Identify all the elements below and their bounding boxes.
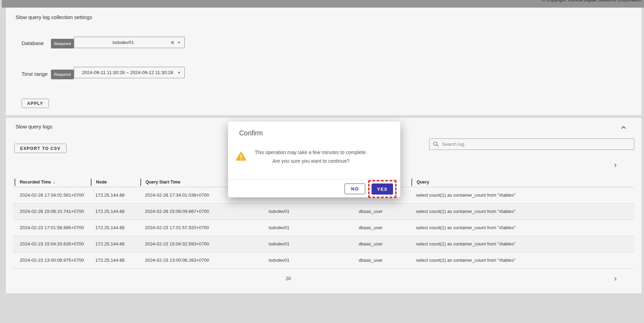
- table-cell: tsdvdev01: [269, 240, 289, 248]
- database-label: Database: [21, 39, 44, 47]
- pagination-bottom: 1~5 / 100 records 20 pages 5▼ records ‹ …: [0, 274, 619, 283]
- search-box: [429, 138, 634, 150]
- time-range-required-badge: Required: [51, 70, 74, 79]
- table-cell: dbaas_user: [359, 240, 383, 248]
- table-cell: select count(1) as container_count from …: [416, 257, 515, 264]
- table-cell: 2024-02-23 13:00:09.975+0700: [20, 257, 84, 264]
- search-icon: [433, 141, 439, 147]
- time-range-select-value: 2024-09-11 11:30:28 ~ 2024-09-12 11:30:2…: [74, 69, 177, 77]
- table-cell: select count(1) as container_count from …: [416, 224, 515, 232]
- modal-backdrop: [2, 0, 644, 8]
- table-cell: 172.25.144.68: [95, 208, 124, 215]
- page: Slow query log collection settings Datab…: [2, 0, 644, 8]
- settings-card: Slow query log collection settings Datab…: [6, 5, 642, 115]
- table-cell: tsdvdev01: [269, 208, 289, 215]
- header-divider: [140, 179, 141, 186]
- table-cell: dbaas_user: [359, 208, 383, 215]
- header-divider: [411, 179, 412, 186]
- table-cell: dbaas_user: [359, 257, 383, 264]
- time-range-label: Time range: [21, 70, 47, 78]
- column-header-query-start-time[interactable]: Query Start Time: [140, 178, 181, 186]
- table-cell: 172.25.144.68: [95, 191, 124, 199]
- table-cell: 2024-02-26 15:06:10.741+0700: [20, 208, 84, 215]
- table-cell: 172.25.144.68: [95, 257, 124, 264]
- header-divider: [91, 179, 92, 186]
- database-select[interactable]: tsdvdev01 × ▼: [74, 37, 185, 48]
- next-page-button[interactable]: ›: [612, 161, 619, 169]
- column-header-recorded-time[interactable]: Recorded Time↓: [15, 178, 55, 186]
- warning-icon: [236, 151, 246, 161]
- table-cell: 2024-02-26 17:34:02.581+0700: [20, 191, 84, 199]
- table-cell: 2024-02-23 17:01:58.985+0700: [20, 224, 84, 232]
- no-button[interactable]: NO: [345, 183, 365, 194]
- export-to-csv-button[interactable]: EXPORT TO CSV: [14, 144, 67, 153]
- sort-desc-icon: ↓: [53, 178, 55, 186]
- table-cell: dbaas_user: [359, 224, 383, 232]
- yes-button[interactable]: YES: [372, 183, 393, 195]
- table-cell: 2024-02-23 13:00:06.263+0700: [145, 257, 209, 264]
- table-cell: 2024-02-23 15:04:33.635+0700: [20, 240, 84, 248]
- collapse-section-button[interactable]: [621, 124, 626, 131]
- table-row[interactable]: 2024-02-23 15:04:33.635+0700172.25.144.6…: [13, 236, 634, 252]
- dialog-message: This operation may take a few minutes to…: [255, 148, 367, 165]
- table-cell: tsdvdev01: [269, 224, 289, 232]
- settings-title: Slow query log collection settings: [16, 14, 92, 21]
- chevron-up-icon: [621, 126, 626, 129]
- header-divider: [15, 179, 15, 186]
- chevron-down-icon[interactable]: ▼: [177, 69, 184, 77]
- confirm-dialog: Confirm This operation may take a few mi…: [228, 122, 400, 197]
- search-input[interactable]: [442, 142, 630, 147]
- annotation-highlight: YES: [368, 180, 397, 198]
- column-header-node[interactable]: Node: [91, 178, 107, 186]
- table-cell: 2024-02-23 15:04:32.593+0700: [145, 240, 209, 248]
- chevron-down-icon[interactable]: ▼: [177, 39, 184, 46]
- table-row[interactable]: 2024-02-23 13:00:09.975+0700172.25.144.6…: [13, 252, 634, 269]
- page-list: 123...181920: [0, 275, 612, 282]
- table-cell: select count(1) as container_count from …: [416, 240, 515, 248]
- logs-title: Slow query logs: [16, 123, 52, 131]
- dialog-message-line1: This operation may take a few minutes to…: [255, 148, 367, 157]
- table-cell: 2024-02-26 17:34:01.038+0700: [145, 191, 209, 199]
- table-cell: tsdvdev01: [269, 257, 289, 264]
- table-cell: select count(1) as container_count from …: [416, 208, 515, 215]
- table-cell: 172.25.144.68: [95, 240, 124, 248]
- time-range-select[interactable]: 2024-09-11 11:30:28 ~ 2024-09-12 11:30:2…: [74, 67, 185, 78]
- column-header-query[interactable]: Query: [411, 178, 429, 186]
- table-row[interactable]: 2024-02-26 15:06:10.741+0700172.25.144.6…: [13, 204, 634, 220]
- table-cell: 2024-02-23 17:01:57.920+0700: [145, 224, 209, 232]
- table-cell: 2024-02-26 15:06:09.667+0700: [145, 208, 209, 215]
- table-cell: 172.25.144.68: [95, 224, 124, 232]
- dialog-title: Confirm: [239, 129, 263, 137]
- table-cell: select count(1) as container_count from …: [416, 191, 515, 199]
- clear-icon[interactable]: ×: [168, 39, 177, 46]
- page-number-button[interactable]: 20: [0, 275, 610, 282]
- table-row[interactable]: 2024-02-23 17:01:58.985+0700172.25.144.6…: [13, 220, 634, 236]
- table-body: 2024-02-26 17:34:02.581+0700172.25.144.6…: [13, 187, 634, 269]
- next-page-button[interactable]: ›: [612, 275, 619, 282]
- database-required-badge: Required: [51, 39, 74, 48]
- dialog-message-line2: Are you sure you want to continue?: [255, 157, 367, 165]
- dialog-divider: [228, 179, 400, 180]
- database-select-value: tsdvdev01: [74, 39, 168, 46]
- apply-button[interactable]: APPLY: [21, 99, 49, 108]
